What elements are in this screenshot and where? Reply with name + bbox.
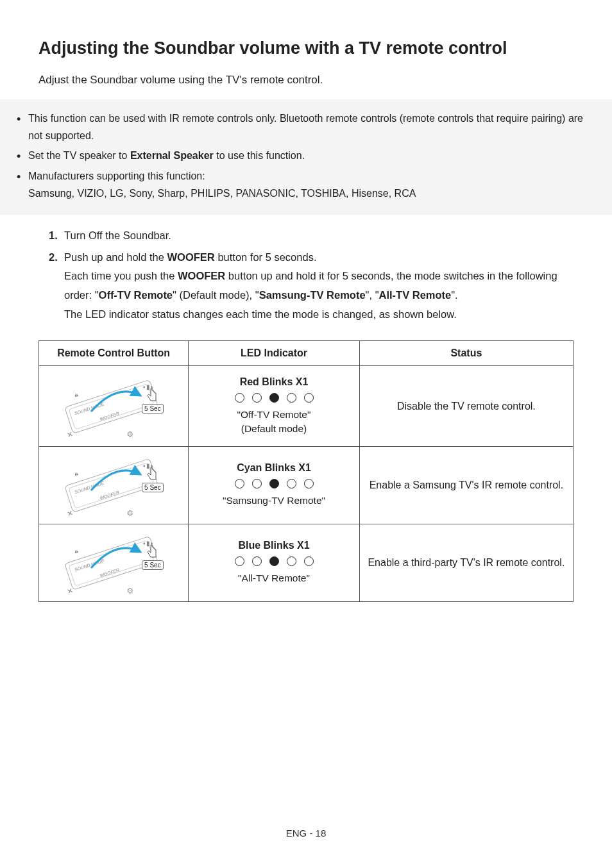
steps-list: Turn Off the Soundbar. Push up and hold … bbox=[38, 226, 574, 324]
remote-diagram-cell: ❝ SOUND MODE WOOFER ✕ ⚙ ▪▮▪ 5 Sec bbox=[39, 524, 189, 601]
led-dot-active bbox=[269, 393, 279, 403]
note-item: This function can be used with IR remote… bbox=[28, 110, 599, 144]
note-bold: External Speaker bbox=[130, 150, 214, 161]
duration-badge: 5 Sec bbox=[142, 404, 164, 413]
led-cell: Red Blinks X1 "Off-TV Remote" (Default m… bbox=[189, 366, 360, 446]
page-footer: ENG - 18 bbox=[0, 828, 612, 839]
arrow-icon bbox=[88, 386, 146, 418]
remote-diagram-cell: ❝ SOUND MODE WOOFER ✕ ⚙ ▪▮▪ 5 Sec bbox=[39, 366, 189, 446]
status-cell: Enable a third-party TV's IR remote cont… bbox=[359, 524, 573, 601]
led-cell: Blue Blinks X1 "All-TV Remote" bbox=[189, 524, 360, 601]
led-dot bbox=[235, 556, 244, 566]
blink-title: Blue Blinks X1 bbox=[194, 540, 354, 551]
page-title: Adjusting the Soundbar volume with a TV … bbox=[38, 38, 574, 58]
led-dot-active bbox=[269, 556, 279, 566]
remote-diagram: ❝ SOUND MODE WOOFER ✕ ⚙ ▪▮▪ 5 Sec bbox=[62, 453, 165, 517]
arrow-icon bbox=[88, 542, 146, 574]
mode-label: (Default mode) bbox=[194, 422, 354, 436]
note-text: to use this function. bbox=[214, 150, 305, 161]
led-dot bbox=[287, 393, 296, 403]
note-item: Manufacturers supporting this function: … bbox=[28, 167, 599, 202]
step-text: ", " bbox=[366, 289, 379, 301]
led-dot bbox=[304, 556, 314, 566]
intro-text: Adjust the Soundbar volume using the TV'… bbox=[38, 74, 574, 87]
gear-icon: ⚙ bbox=[125, 507, 135, 518]
led-dot bbox=[287, 556, 296, 566]
table-header: Remote Control Button bbox=[39, 341, 189, 366]
led-dot bbox=[252, 479, 262, 488]
led-dot bbox=[287, 479, 296, 488]
table-row: ❝ SOUND MODE WOOFER ✕ ⚙ ▪▮▪ 5 Sec Blue bbox=[39, 524, 574, 601]
led-indicator bbox=[194, 393, 354, 403]
mode-label: "All-TV Remote" bbox=[194, 571, 354, 585]
step-text: Each time you push the bbox=[64, 270, 178, 281]
led-dot-active bbox=[269, 479, 279, 488]
remote-tip-icon: ❝ bbox=[74, 471, 80, 480]
led-dot bbox=[252, 393, 262, 403]
led-dot bbox=[304, 479, 314, 488]
led-dot bbox=[235, 479, 244, 488]
note-text: Manufacturers supporting this function: bbox=[28, 167, 599, 185]
remote-diagram: ❝ SOUND MODE WOOFER ✕ ⚙ ▪▮▪ 5 Sec bbox=[62, 531, 165, 595]
step-item: Turn Off the Soundbar. bbox=[51, 226, 574, 246]
step-bold: Samsung-TV Remote bbox=[259, 289, 366, 301]
blink-title: Red Blinks X1 bbox=[194, 376, 354, 388]
led-cell: Cyan Blinks X1 "Samsung-TV Remote" bbox=[189, 446, 360, 524]
table-row: ❝ SOUND MODE WOOFER ✕ ⚙ ▪▮▪ 5 Sec Cyan bbox=[39, 446, 574, 524]
hand-icon bbox=[146, 387, 160, 405]
step-subline: Each time you push the WOOFER button up … bbox=[64, 267, 574, 305]
note-item: Set the TV speaker to External Speaker t… bbox=[28, 147, 599, 164]
arrow-icon bbox=[88, 465, 146, 497]
mode-label: "Samsung-TV Remote" bbox=[194, 494, 354, 508]
step-bold: All-TV Remote bbox=[379, 289, 452, 301]
status-cell: Disable the TV remote control. bbox=[359, 366, 573, 446]
remote-diagram-cell: ❝ SOUND MODE WOOFER ✕ ⚙ ▪▮▪ 5 Sec bbox=[39, 446, 189, 524]
led-indicator bbox=[194, 556, 354, 566]
hand-icon bbox=[146, 466, 160, 484]
note-text: Samsung, VIZIO, LG, Sony, Sharp, PHILIPS… bbox=[28, 185, 599, 202]
duration-badge: 5 Sec bbox=[142, 483, 164, 492]
step-text: button for 5 seconds. bbox=[215, 251, 317, 263]
gear-icon: ⚙ bbox=[125, 428, 135, 439]
step-bold: WOOFER bbox=[167, 251, 215, 263]
step-bold: WOOFER bbox=[178, 270, 225, 281]
note-text: Set the TV speaker to bbox=[28, 150, 130, 161]
duration-badge: 5 Sec bbox=[142, 560, 164, 570]
note-box: This function can be used with IR remote… bbox=[0, 99, 612, 215]
led-indicator bbox=[194, 479, 354, 488]
step-text: " (Default mode), " bbox=[173, 289, 259, 301]
step-text: ". bbox=[451, 289, 457, 301]
remote-tip-icon: ❝ bbox=[74, 392, 80, 401]
gear-icon: ⚙ bbox=[125, 585, 135, 596]
modes-table: Remote Control Button LED Indicator Stat… bbox=[38, 340, 574, 601]
led-dot bbox=[252, 556, 262, 566]
blink-title: Cyan Blinks X1 bbox=[194, 462, 354, 474]
step-bold: Off-TV Remote bbox=[99, 289, 173, 301]
mode-label: "Off-TV Remote" bbox=[194, 408, 354, 422]
hand-icon bbox=[146, 544, 160, 562]
step-text: Push up and hold the bbox=[64, 251, 167, 263]
led-dot bbox=[235, 393, 244, 403]
table-header: LED Indicator bbox=[189, 341, 360, 366]
remote-diagram: ❝ SOUND MODE WOOFER ✕ ⚙ ▪▮▪ 5 Sec bbox=[62, 374, 165, 438]
status-cell: Enable a Samsung TV's IR remote control. bbox=[359, 446, 573, 524]
step-item: Push up and hold the WOOFER button for 5… bbox=[51, 248, 574, 324]
step-subline: The LED indicator status changes each ti… bbox=[64, 305, 574, 324]
table-row: ❝ SOUND MODE WOOFER ✕ ⚙ ▪▮▪ 5 Sec Red B bbox=[39, 366, 574, 446]
table-header: Status bbox=[359, 341, 573, 366]
led-dot bbox=[304, 393, 314, 403]
remote-tip-icon: ❝ bbox=[74, 548, 80, 558]
